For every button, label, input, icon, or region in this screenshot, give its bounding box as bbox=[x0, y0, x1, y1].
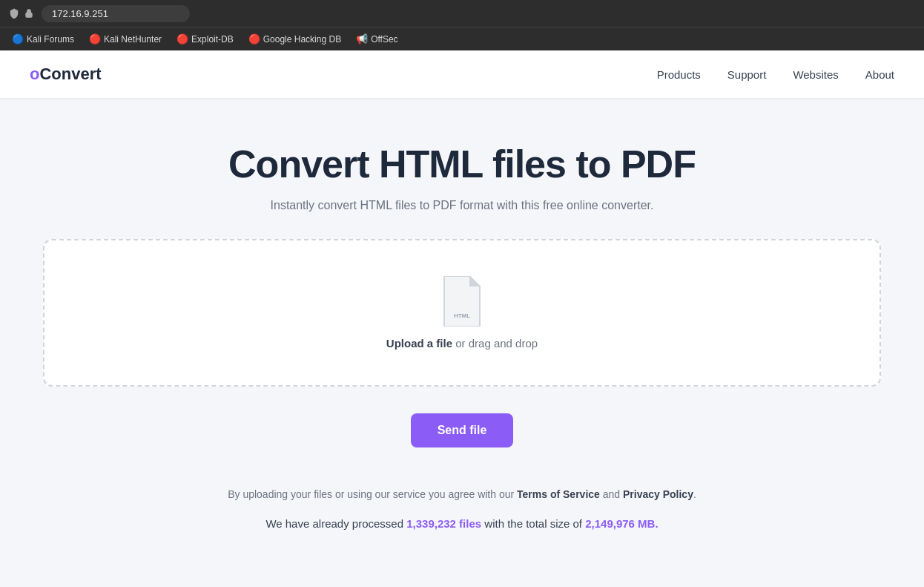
lock-icon bbox=[24, 8, 34, 19]
bookmark-emoji: 🔴 bbox=[176, 33, 188, 45]
terms-notice: By uploading your files or using our ser… bbox=[228, 486, 696, 502]
page-subtitle: Instantly convert HTML files to PDF form… bbox=[271, 199, 654, 212]
send-file-button[interactable]: Send file bbox=[411, 413, 514, 447]
bookmark-emoji: 📢 bbox=[356, 33, 368, 45]
bookmark-offsec[interactable]: 📢 OffSec bbox=[350, 31, 403, 47]
bookmark-label: Kali Forums bbox=[27, 34, 74, 45]
stats-text: We have already processed 1,339,232 file… bbox=[265, 517, 658, 530]
brand-logo[interactable]: oConvert bbox=[30, 65, 102, 84]
bookmark-kali-forums[interactable]: 🔵 Kali Forums bbox=[6, 31, 80, 47]
bookmark-kali-nethunter[interactable]: 🔴 Kali NetHunter bbox=[83, 31, 168, 47]
svg-rect-0 bbox=[26, 13, 32, 17]
nav-websites[interactable]: Websites bbox=[793, 68, 838, 81]
browser-security-icons bbox=[9, 8, 34, 19]
terms-text-middle: and bbox=[600, 488, 623, 500]
bookmark-google-hacking-db[interactable]: 🔴 Google Hacking DB bbox=[242, 31, 347, 47]
bookmark-emoji: 🔴 bbox=[248, 33, 260, 45]
brand-name: Convert bbox=[39, 65, 101, 83]
terms-text-after: . bbox=[693, 488, 696, 500]
terms-text-before: By uploading your files or using our ser… bbox=[228, 488, 517, 500]
bookmark-label: OffSec bbox=[371, 34, 397, 45]
stats-total-size: 2,149,976 MB. bbox=[585, 517, 658, 530]
upload-label-rest: or drag and drop bbox=[452, 337, 538, 350]
shield-icon bbox=[9, 8, 19, 19]
svg-text:HTML: HTML bbox=[454, 312, 470, 319]
bookmark-label: Exploit-DB bbox=[191, 34, 234, 45]
html-file-icon: HTML bbox=[441, 276, 483, 327]
bookmarks-bar: 🔵 Kali Forums 🔴 Kali NetHunter 🔴 Exploit… bbox=[0, 27, 924, 50]
upload-instruction: Upload a file or drag and drop bbox=[386, 337, 538, 350]
main-content: Convert HTML files to PDF Instantly conv… bbox=[0, 98, 924, 587]
bookmark-exploit-db[interactable]: 🔴 Exploit-DB bbox=[171, 31, 240, 47]
brand-prefix: o bbox=[30, 65, 39, 83]
nav-support[interactable]: Support bbox=[727, 68, 767, 81]
bookmark-emoji: 🔴 bbox=[89, 33, 101, 45]
bookmark-emoji: 🔵 bbox=[12, 33, 24, 45]
privacy-policy-link[interactable]: Privacy Policy bbox=[623, 488, 693, 500]
address-text: 172.16.9.251 bbox=[52, 8, 108, 19]
nav-about[interactable]: About bbox=[865, 68, 894, 81]
nav-menu: Products Support Websites About bbox=[657, 68, 894, 81]
upload-label-bold: Upload a file bbox=[386, 337, 452, 350]
stats-before: We have already processed bbox=[265, 517, 406, 530]
bookmark-label: Google Hacking DB bbox=[263, 34, 341, 45]
page-title: Convert HTML files to PDF bbox=[228, 142, 696, 187]
address-bar[interactable]: 172.16.9.251 bbox=[42, 5, 190, 22]
browser-chrome: 172.16.9.251 bbox=[0, 0, 924, 27]
stats-middle: with the total size of bbox=[481, 517, 585, 530]
nav-products[interactable]: Products bbox=[657, 68, 701, 81]
bookmark-label: Kali NetHunter bbox=[104, 34, 162, 45]
stats-files-count: 1,339,232 files bbox=[406, 517, 481, 530]
file-drop-zone[interactable]: HTML Upload a file or drag and drop bbox=[43, 239, 881, 387]
navbar: oConvert Products Support Websites About bbox=[0, 50, 924, 98]
terms-of-service-link[interactable]: Terms of Service bbox=[517, 488, 600, 500]
